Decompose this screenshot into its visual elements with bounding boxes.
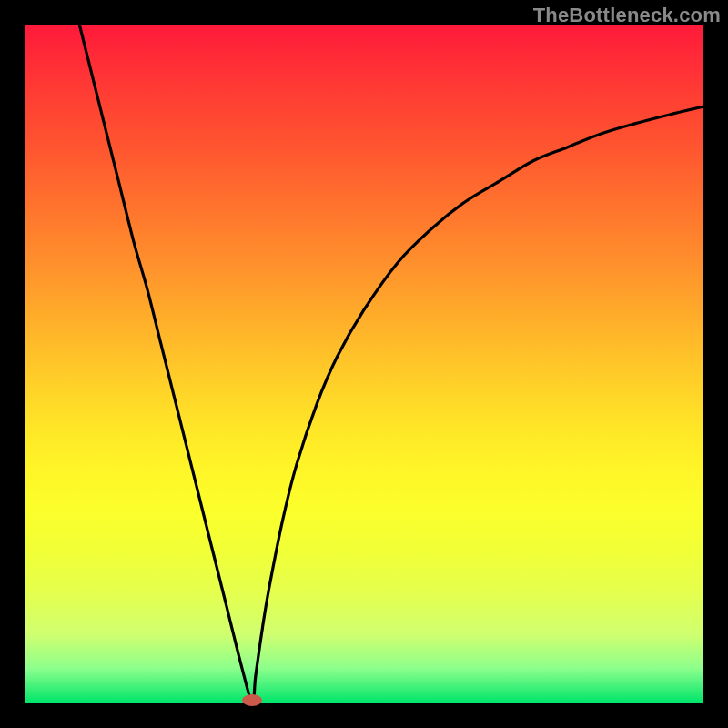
bottleneck-curve [80, 25, 703, 703]
optimal-point-marker [242, 694, 262, 706]
chart-frame: TheBottleneck.com [0, 0, 728, 728]
watermark-text: TheBottleneck.com [533, 4, 721, 27]
plot-area [25, 25, 703, 703]
curve-svg [25, 25, 703, 703]
